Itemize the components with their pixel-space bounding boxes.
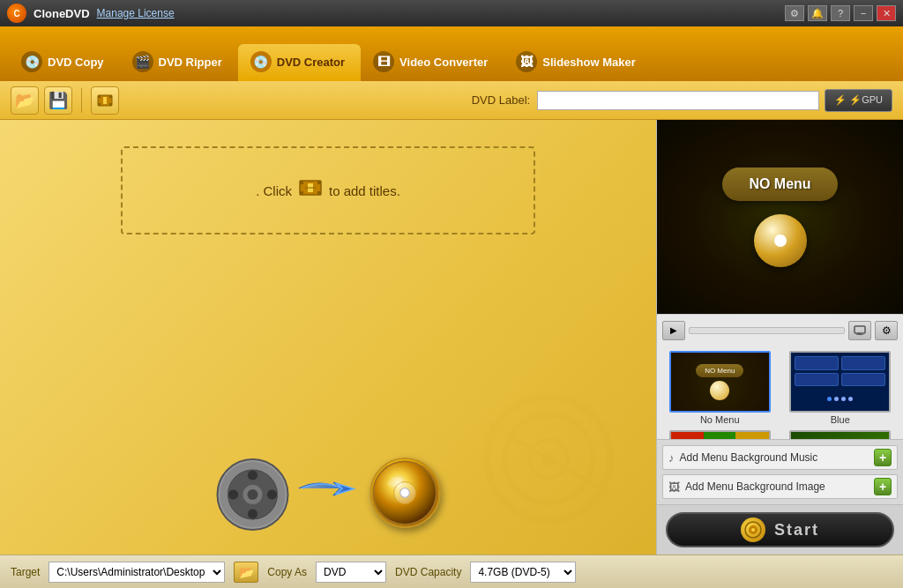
toolbar: 📂 💾 DVD Label: ⚡ ⚡GPU bbox=[0, 81, 903, 120]
drop-area[interactable]: . Click to add titles. bbox=[121, 146, 535, 234]
app-logo: C bbox=[7, 4, 26, 23]
svg-rect-1 bbox=[98, 95, 101, 98]
add-music-row[interactable]: ♪ Add Menu Background Music + bbox=[662, 445, 898, 470]
preview-no-menu-label: NO Menu bbox=[722, 167, 837, 201]
copy-as-select[interactable]: DVD Blu-ray ISO bbox=[316, 562, 386, 583]
progress-bar[interactable] bbox=[689, 327, 845, 334]
dvd-label-text: DVD Label: bbox=[472, 93, 530, 107]
target-label: Target bbox=[11, 566, 40, 578]
preview-area: NO Menu bbox=[657, 120, 903, 314]
start-btn-icon bbox=[741, 517, 765, 542]
svg-rect-10 bbox=[317, 191, 321, 195]
tab-slideshow-maker[interactable]: 🖼 Slideshow Maker bbox=[504, 44, 651, 81]
dvd-creator-icon: 💿 bbox=[250, 51, 272, 72]
gpu-btn[interactable]: ⚡ ⚡GPU bbox=[825, 89, 892, 112]
tab-dvd-creator-label: DVD Creator bbox=[277, 56, 345, 69]
left-panel: . Click to add titles. bbox=[0, 120, 656, 555]
nav-tabs: 💿 DVD Copy 🎬 DVD Ripper 💿 DVD Creator 🎞 … bbox=[0, 26, 903, 81]
close-btn[interactable]: ✕ bbox=[877, 5, 896, 21]
svg-point-20 bbox=[267, 489, 278, 500]
add-image-row[interactable]: 🖼 Add Menu Background Image + bbox=[662, 474, 898, 499]
target-select[interactable]: C:\Users\Administrator\Desktop bbox=[49, 562, 225, 583]
title-bar-controls: ⚙ 🔔 ? − ✕ bbox=[785, 5, 896, 21]
template-blue-label: Blue bbox=[831, 414, 850, 425]
svg-point-18 bbox=[248, 509, 258, 519]
manage-license-link[interactable]: Manage License bbox=[97, 7, 175, 19]
template-no-menu[interactable]: NO Menu No Menu bbox=[662, 351, 778, 425]
minimize-btn[interactable]: − bbox=[854, 5, 873, 21]
svg-point-24 bbox=[400, 488, 410, 497]
image-icon: 🖼 bbox=[668, 480, 680, 494]
template-green-thumb bbox=[789, 430, 891, 439]
screen-icon bbox=[854, 325, 866, 335]
open-btn[interactable]: 📂 bbox=[11, 86, 39, 115]
tab-dvd-copy[interactable]: 💿 DVD Copy bbox=[9, 44, 120, 81]
title-bar: C CloneDVD Manage License ⚙ 🔔 ? − ✕ bbox=[0, 0, 903, 26]
template-no-menu-thumb: NO Menu bbox=[669, 351, 771, 413]
tab-video-converter[interactable]: 🎞 Video Converter bbox=[361, 44, 504, 81]
template-no-menu-label: No Menu bbox=[700, 414, 740, 425]
svg-point-16 bbox=[248, 489, 258, 500]
copy-as-label: Copy As bbox=[267, 566, 307, 578]
svg-rect-4 bbox=[109, 103, 112, 106]
capacity-select[interactable]: 4.7GB (DVD-5) 8.5GB (DVD-9) 25GB (BD-25) bbox=[470, 562, 576, 583]
svg-rect-2 bbox=[109, 95, 112, 98]
save-btn[interactable]: 💾 bbox=[44, 86, 72, 115]
tab-dvd-copy-label: DVD Copy bbox=[48, 56, 104, 69]
tab-video-converter-label: Video Converter bbox=[399, 56, 488, 69]
template-blue[interactable]: Blue bbox=[783, 351, 899, 425]
dvd-disc-icon bbox=[370, 458, 441, 528]
watermark bbox=[446, 372, 654, 557]
gpu-icon: ⚡ bbox=[834, 94, 847, 106]
start-btn-label: Start bbox=[774, 521, 819, 540]
notify-btn[interactable]: 🔔 bbox=[808, 5, 827, 21]
svg-point-19 bbox=[228, 489, 239, 500]
play-icon: ▶ bbox=[670, 325, 677, 335]
main-area: . Click to add titles. bbox=[0, 120, 903, 555]
svg-point-17 bbox=[248, 470, 258, 480]
template-green[interactable]: Green bbox=[783, 430, 899, 439]
screen-btn[interactable] bbox=[848, 321, 871, 340]
dvd-copy-icon: 💿 bbox=[21, 51, 42, 72]
template-colorful-thumb bbox=[669, 430, 771, 439]
toolbar-divider bbox=[81, 88, 82, 113]
tab-dvd-creator[interactable]: 💿 DVD Creator bbox=[238, 44, 361, 81]
title-bar-left: C CloneDVD Manage License bbox=[7, 4, 175, 23]
capacity-label: DVD Capacity bbox=[395, 566, 461, 578]
drop-hint2-text: to add titles. bbox=[329, 183, 400, 198]
add-image-btn[interactable]: + bbox=[874, 478, 892, 495]
svg-rect-31 bbox=[854, 326, 865, 333]
tab-dvd-ripper-label: DVD Ripper bbox=[159, 56, 222, 69]
tab-dvd-ripper[interactable]: 🎬 DVD Ripper bbox=[120, 44, 238, 81]
add-title-btn[interactable] bbox=[91, 86, 119, 115]
template-colorful[interactable]: Colorful bbox=[662, 430, 778, 439]
add-music-btn[interactable]: + bbox=[874, 449, 892, 466]
playback-settings-btn[interactable]: ⚙ bbox=[875, 321, 898, 340]
dvd-ripper-icon: 🎬 bbox=[132, 51, 153, 72]
arrow-icon bbox=[296, 469, 360, 517]
svg-rect-8 bbox=[317, 181, 321, 184]
browse-folder-btn[interactable]: 📂 bbox=[234, 562, 258, 583]
dvd-label-input[interactable] bbox=[537, 91, 819, 110]
film-reel-icon bbox=[216, 458, 287, 528]
preview-bg: NO Menu bbox=[657, 120, 903, 314]
preview-disc bbox=[754, 214, 807, 267]
start-btn[interactable]: Start bbox=[666, 512, 894, 547]
start-btn-area: Start bbox=[657, 504, 903, 555]
play-btn[interactable]: ▶ bbox=[662, 321, 685, 340]
help-btn[interactable]: ? bbox=[831, 5, 850, 21]
app-title: CloneDVD bbox=[34, 7, 90, 20]
svg-rect-7 bbox=[300, 181, 303, 184]
slideshow-maker-icon: 🖼 bbox=[516, 51, 537, 72]
settings-window-btn[interactable]: ⚙ bbox=[785, 5, 804, 21]
music-icon: ♪ bbox=[668, 451, 675, 465]
preview-disc-center bbox=[774, 234, 787, 247]
tab-slideshow-maker-label: Slideshow Maker bbox=[542, 56, 635, 69]
drop-hint-text: . Click bbox=[256, 183, 292, 198]
logo-text: C bbox=[13, 9, 19, 19]
menu-templates: NO Menu No Menu bbox=[657, 346, 903, 439]
video-converter-icon: 🎞 bbox=[373, 51, 394, 72]
add-image-label: Add Menu Background Image bbox=[685, 480, 869, 493]
gpu-label: ⚡GPU bbox=[849, 94, 883, 106]
film-icon bbox=[97, 93, 113, 108]
